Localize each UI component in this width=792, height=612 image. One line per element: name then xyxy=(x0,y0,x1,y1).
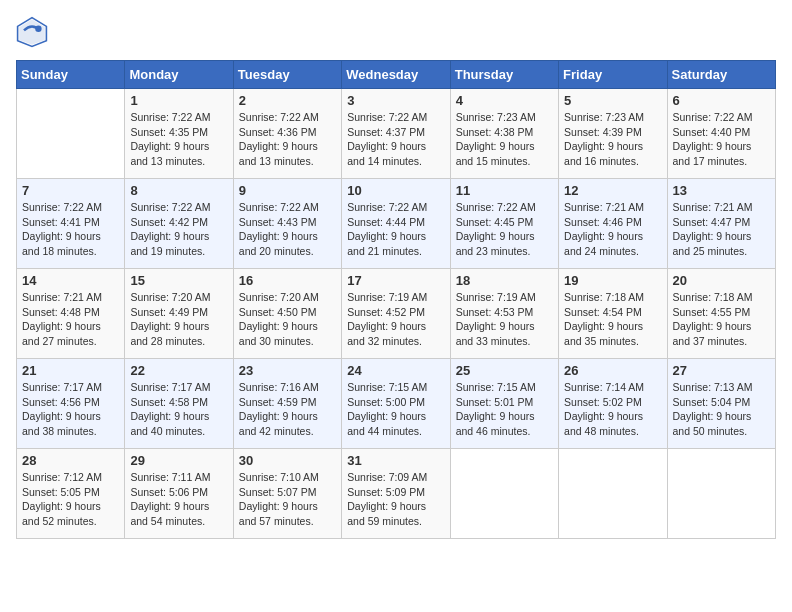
day-number: 8 xyxy=(130,183,227,198)
day-cell: 15Sunrise: 7:20 AM Sunset: 4:49 PM Dayli… xyxy=(125,269,233,359)
day-cell: 25Sunrise: 7:15 AM Sunset: 5:01 PM Dayli… xyxy=(450,359,558,449)
week-row-4: 21Sunrise: 7:17 AM Sunset: 4:56 PM Dayli… xyxy=(17,359,776,449)
day-number: 19 xyxy=(564,273,661,288)
day-info: Sunrise: 7:23 AM Sunset: 4:39 PM Dayligh… xyxy=(564,110,661,169)
day-info: Sunrise: 7:17 AM Sunset: 4:56 PM Dayligh… xyxy=(22,380,119,439)
day-cell: 3Sunrise: 7:22 AM Sunset: 4:37 PM Daylig… xyxy=(342,89,450,179)
day-cell: 6Sunrise: 7:22 AM Sunset: 4:40 PM Daylig… xyxy=(667,89,775,179)
day-cell: 28Sunrise: 7:12 AM Sunset: 5:05 PM Dayli… xyxy=(17,449,125,539)
column-header-monday: Monday xyxy=(125,61,233,89)
day-cell: 27Sunrise: 7:13 AM Sunset: 5:04 PM Dayli… xyxy=(667,359,775,449)
day-cell xyxy=(559,449,667,539)
day-cell: 16Sunrise: 7:20 AM Sunset: 4:50 PM Dayli… xyxy=(233,269,341,359)
day-number: 24 xyxy=(347,363,444,378)
day-info: Sunrise: 7:22 AM Sunset: 4:36 PM Dayligh… xyxy=(239,110,336,169)
day-cell xyxy=(667,449,775,539)
day-number: 17 xyxy=(347,273,444,288)
day-info: Sunrise: 7:22 AM Sunset: 4:45 PM Dayligh… xyxy=(456,200,553,259)
week-row-3: 14Sunrise: 7:21 AM Sunset: 4:48 PM Dayli… xyxy=(17,269,776,359)
day-number: 27 xyxy=(673,363,770,378)
svg-point-2 xyxy=(35,26,41,32)
column-header-wednesday: Wednesday xyxy=(342,61,450,89)
day-number: 26 xyxy=(564,363,661,378)
column-header-saturday: Saturday xyxy=(667,61,775,89)
day-number: 15 xyxy=(130,273,227,288)
day-info: Sunrise: 7:09 AM Sunset: 5:09 PM Dayligh… xyxy=(347,470,444,529)
day-info: Sunrise: 7:14 AM Sunset: 5:02 PM Dayligh… xyxy=(564,380,661,439)
day-number: 28 xyxy=(22,453,119,468)
day-info: Sunrise: 7:10 AM Sunset: 5:07 PM Dayligh… xyxy=(239,470,336,529)
day-number: 18 xyxy=(456,273,553,288)
day-number: 23 xyxy=(239,363,336,378)
column-header-friday: Friday xyxy=(559,61,667,89)
day-number: 6 xyxy=(673,93,770,108)
day-number: 20 xyxy=(673,273,770,288)
day-cell: 14Sunrise: 7:21 AM Sunset: 4:48 PM Dayli… xyxy=(17,269,125,359)
day-cell: 26Sunrise: 7:14 AM Sunset: 5:02 PM Dayli… xyxy=(559,359,667,449)
logo-icon xyxy=(16,16,48,48)
day-number: 30 xyxy=(239,453,336,468)
day-number: 14 xyxy=(22,273,119,288)
day-info: Sunrise: 7:13 AM Sunset: 5:04 PM Dayligh… xyxy=(673,380,770,439)
day-cell: 23Sunrise: 7:16 AM Sunset: 4:59 PM Dayli… xyxy=(233,359,341,449)
day-number: 13 xyxy=(673,183,770,198)
day-info: Sunrise: 7:20 AM Sunset: 4:50 PM Dayligh… xyxy=(239,290,336,349)
day-cell: 20Sunrise: 7:18 AM Sunset: 4:55 PM Dayli… xyxy=(667,269,775,359)
day-cell: 10Sunrise: 7:22 AM Sunset: 4:44 PM Dayli… xyxy=(342,179,450,269)
day-info: Sunrise: 7:20 AM Sunset: 4:49 PM Dayligh… xyxy=(130,290,227,349)
day-cell: 8Sunrise: 7:22 AM Sunset: 4:42 PM Daylig… xyxy=(125,179,233,269)
column-header-thursday: Thursday xyxy=(450,61,558,89)
day-info: Sunrise: 7:15 AM Sunset: 5:01 PM Dayligh… xyxy=(456,380,553,439)
day-cell: 31Sunrise: 7:09 AM Sunset: 5:09 PM Dayli… xyxy=(342,449,450,539)
logo xyxy=(16,16,52,48)
day-number: 10 xyxy=(347,183,444,198)
day-number: 3 xyxy=(347,93,444,108)
day-number: 5 xyxy=(564,93,661,108)
day-number: 11 xyxy=(456,183,553,198)
day-number: 4 xyxy=(456,93,553,108)
day-info: Sunrise: 7:17 AM Sunset: 4:58 PM Dayligh… xyxy=(130,380,227,439)
day-number: 29 xyxy=(130,453,227,468)
day-number: 31 xyxy=(347,453,444,468)
day-cell: 9Sunrise: 7:22 AM Sunset: 4:43 PM Daylig… xyxy=(233,179,341,269)
day-info: Sunrise: 7:21 AM Sunset: 4:46 PM Dayligh… xyxy=(564,200,661,259)
day-cell: 2Sunrise: 7:22 AM Sunset: 4:36 PM Daylig… xyxy=(233,89,341,179)
day-info: Sunrise: 7:22 AM Sunset: 4:35 PM Dayligh… xyxy=(130,110,227,169)
day-number: 22 xyxy=(130,363,227,378)
day-info: Sunrise: 7:12 AM Sunset: 5:05 PM Dayligh… xyxy=(22,470,119,529)
day-cell: 1Sunrise: 7:22 AM Sunset: 4:35 PM Daylig… xyxy=(125,89,233,179)
day-cell: 13Sunrise: 7:21 AM Sunset: 4:47 PM Dayli… xyxy=(667,179,775,269)
day-info: Sunrise: 7:22 AM Sunset: 4:42 PM Dayligh… xyxy=(130,200,227,259)
day-info: Sunrise: 7:16 AM Sunset: 4:59 PM Dayligh… xyxy=(239,380,336,439)
day-number: 25 xyxy=(456,363,553,378)
week-row-2: 7Sunrise: 7:22 AM Sunset: 4:41 PM Daylig… xyxy=(17,179,776,269)
day-number: 7 xyxy=(22,183,119,198)
day-cell: 5Sunrise: 7:23 AM Sunset: 4:39 PM Daylig… xyxy=(559,89,667,179)
day-info: Sunrise: 7:21 AM Sunset: 4:47 PM Dayligh… xyxy=(673,200,770,259)
day-info: Sunrise: 7:19 AM Sunset: 4:52 PM Dayligh… xyxy=(347,290,444,349)
day-cell: 17Sunrise: 7:19 AM Sunset: 4:52 PM Dayli… xyxy=(342,269,450,359)
day-info: Sunrise: 7:19 AM Sunset: 4:53 PM Dayligh… xyxy=(456,290,553,349)
day-info: Sunrise: 7:11 AM Sunset: 5:06 PM Dayligh… xyxy=(130,470,227,529)
day-number: 12 xyxy=(564,183,661,198)
day-cell: 18Sunrise: 7:19 AM Sunset: 4:53 PM Dayli… xyxy=(450,269,558,359)
column-header-sunday: Sunday xyxy=(17,61,125,89)
day-cell: 12Sunrise: 7:21 AM Sunset: 4:46 PM Dayli… xyxy=(559,179,667,269)
day-number: 2 xyxy=(239,93,336,108)
column-header-tuesday: Tuesday xyxy=(233,61,341,89)
day-cell: 7Sunrise: 7:22 AM Sunset: 4:41 PM Daylig… xyxy=(17,179,125,269)
day-info: Sunrise: 7:15 AM Sunset: 5:00 PM Dayligh… xyxy=(347,380,444,439)
day-cell: 11Sunrise: 7:22 AM Sunset: 4:45 PM Dayli… xyxy=(450,179,558,269)
day-cell: 30Sunrise: 7:10 AM Sunset: 5:07 PM Dayli… xyxy=(233,449,341,539)
day-info: Sunrise: 7:21 AM Sunset: 4:48 PM Dayligh… xyxy=(22,290,119,349)
day-info: Sunrise: 7:22 AM Sunset: 4:37 PM Dayligh… xyxy=(347,110,444,169)
header-row: SundayMondayTuesdayWednesdayThursdayFrid… xyxy=(17,61,776,89)
day-cell: 29Sunrise: 7:11 AM Sunset: 5:06 PM Dayli… xyxy=(125,449,233,539)
day-number: 16 xyxy=(239,273,336,288)
day-cell xyxy=(17,89,125,179)
day-info: Sunrise: 7:22 AM Sunset: 4:40 PM Dayligh… xyxy=(673,110,770,169)
day-cell: 19Sunrise: 7:18 AM Sunset: 4:54 PM Dayli… xyxy=(559,269,667,359)
week-row-1: 1Sunrise: 7:22 AM Sunset: 4:35 PM Daylig… xyxy=(17,89,776,179)
day-info: Sunrise: 7:22 AM Sunset: 4:44 PM Dayligh… xyxy=(347,200,444,259)
day-number: 21 xyxy=(22,363,119,378)
